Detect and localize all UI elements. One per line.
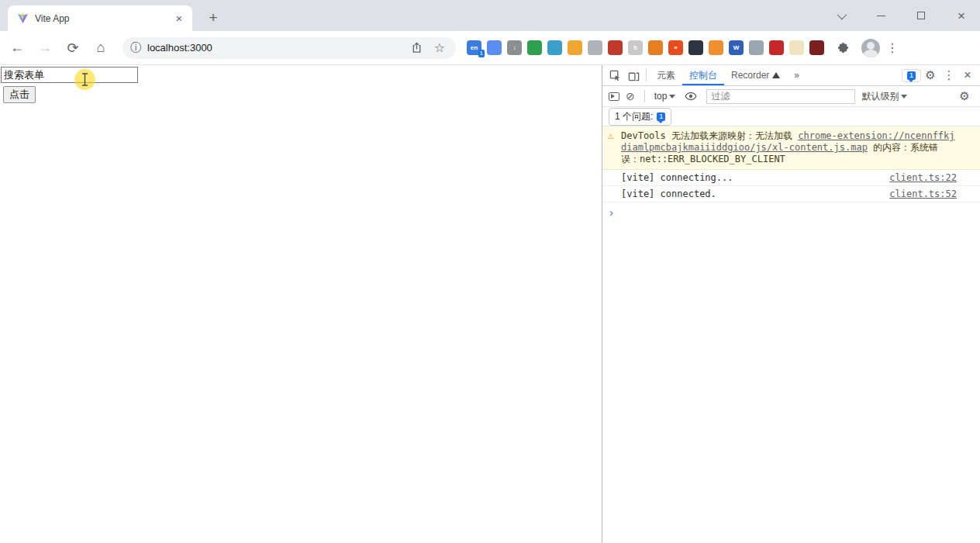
console-warning-message: ⚠ DevTools 无法加载来源映射：无法加载 chrome-extensio… [602, 126, 980, 170]
extensions-area: en1↓S»W [467, 40, 824, 55]
devtools-settings-icon[interactable]: ⚙ [921, 66, 940, 85]
execution-context-select[interactable]: top [654, 91, 676, 102]
console-prompt[interactable]: › [602, 202, 980, 221]
profile-avatar[interactable] [861, 39, 880, 57]
live-expression-eye-icon[interactable] [682, 87, 700, 105]
chevron-down-icon [669, 95, 675, 99]
console-log-row: [vite] connected. client.ts:52 [602, 186, 980, 202]
titlebar: Vite App × + × [0, 0, 980, 31]
back-icon[interactable]: ← [6, 37, 28, 59]
devtools-tab-bar: 元素 控制台 Recorder » 1 ⚙ ⋮ × [602, 65, 980, 86]
extension-icon[interactable]: ↓ [507, 40, 522, 55]
issue-summary-row: 1 个问题: 1 [602, 107, 980, 126]
devtools-close-icon[interactable]: × [958, 66, 977, 85]
nav-toolbar: ← → ⟳ ⌂ ⓘ localhost:3000 ☆ en1↓S»W ⋮ [0, 31, 980, 65]
console-settings-icon[interactable]: ⚙ [955, 87, 974, 105]
home-icon[interactable]: ⌂ [90, 37, 112, 59]
tab-title: Vite App [35, 13, 172, 24]
extension-icon[interactable] [749, 40, 764, 55]
log-levels-select[interactable]: 默认级别 [861, 90, 907, 103]
extension-icon[interactable] [648, 40, 663, 55]
extension-icon[interactable] [688, 40, 703, 55]
issue-bubble-icon: 1 [907, 71, 916, 80]
browser-menu-icon[interactable]: ⋮ [886, 40, 899, 55]
close-button[interactable]: × [951, 5, 972, 26]
click-button[interactable]: 点击 [3, 86, 36, 103]
extension-icon[interactable]: W [729, 40, 744, 55]
issues-badge[interactable]: 1 [902, 69, 921, 82]
warning-text: DevTools 无法加载来源映射：无法加载 [621, 130, 798, 141]
extension-icon[interactable] [487, 40, 502, 55]
console-log-row: [vite] connecting... client.ts:22 [602, 170, 980, 186]
device-toolbar-icon[interactable] [624, 66, 643, 85]
window-controls: × [830, 3, 972, 28]
reload-icon[interactable]: ⟳ [62, 37, 84, 59]
window-chevron-icon[interactable] [830, 5, 851, 26]
tab-recorder[interactable]: Recorder [724, 65, 787, 85]
separator [644, 90, 645, 102]
recorder-experiment-icon [772, 72, 780, 78]
forward-icon[interactable]: → [34, 37, 56, 59]
minimize-button[interactable] [870, 5, 892, 26]
log-text: [vite] connecting... [621, 172, 733, 183]
extension-icon[interactable] [588, 40, 602, 55]
extension-icon[interactable] [547, 40, 562, 55]
url-text[interactable]: localhost:3000 [147, 42, 402, 54]
extension-icon[interactable] [809, 40, 824, 55]
separator [646, 69, 647, 81]
extension-icon[interactable] [568, 40, 582, 55]
tab-elements[interactable]: 元素 [650, 65, 682, 85]
extension-icon[interactable]: » [668, 40, 683, 55]
tab-console[interactable]: 控制台 [682, 65, 724, 85]
issue-summary-chip[interactable]: 1 个问题: 1 [609, 108, 671, 126]
console-sidebar-icon[interactable] [609, 92, 619, 101]
vite-logo-icon [17, 12, 29, 24]
clear-console-icon[interactable]: ⊘ [626, 90, 635, 102]
log-source-link[interactable]: client.ts:22 [889, 172, 957, 183]
text-cursor-icon [81, 73, 88, 89]
log-text: [vite] connected. [621, 188, 716, 199]
extension-icon[interactable] [527, 40, 542, 55]
page-content: 点击 [0, 65, 602, 543]
devtools-menu-icon[interactable]: ⋮ [940, 66, 958, 85]
inspect-element-icon[interactable] [606, 66, 624, 85]
extension-icon[interactable] [789, 40, 804, 55]
share-icon[interactable] [408, 40, 425, 57]
devtools-panel: 元素 控制台 Recorder » 1 ⚙ ⋮ × ⊘ top [602, 65, 980, 543]
more-tabs-icon[interactable]: » [787, 65, 806, 85]
extension-icon[interactable] [608, 40, 623, 55]
extensions-puzzle-icon[interactable] [832, 37, 854, 59]
log-source-link[interactable]: client.ts:52 [889, 188, 957, 199]
address-bar[interactable]: ⓘ localhost:3000 ☆ [122, 37, 456, 59]
extension-icon[interactable] [769, 40, 784, 55]
warning-triangle-icon: ⚠ [608, 130, 614, 141]
extension-icon[interactable]: en1 [467, 40, 481, 55]
browser-tab[interactable]: Vite App × [8, 5, 192, 31]
console-filter-input[interactable] [706, 89, 855, 104]
console-toolbar: ⊘ top 默认级别 ⚙ [602, 86, 980, 107]
chevron-down-icon [901, 95, 907, 99]
issue-bubble-icon: 1 [657, 112, 665, 121]
tab-close-icon[interactable]: × [172, 12, 186, 26]
bookmark-star-icon[interactable]: ☆ [431, 40, 448, 57]
search-input[interactable] [1, 67, 138, 83]
prompt-chevron-icon: › [609, 206, 613, 219]
site-info-icon[interactable]: ⓘ [130, 41, 141, 55]
new-tab-button[interactable]: + [203, 8, 223, 28]
extension-icon[interactable] [709, 40, 723, 55]
maximize-button[interactable] [910, 5, 932, 26]
extension-icon[interactable]: S [628, 40, 643, 55]
